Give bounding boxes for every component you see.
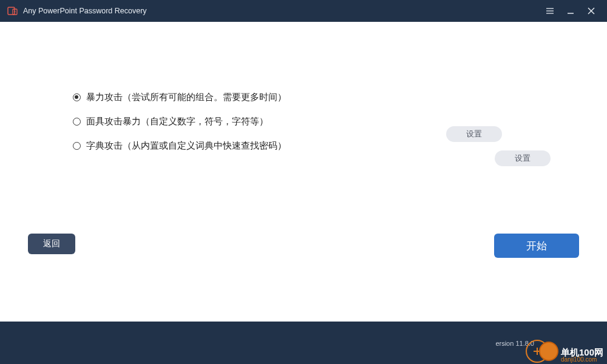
watermark-cn: 单机100网 <box>561 348 603 357</box>
title-bar: Any PowerPoint Password Recovery <box>0 0 607 22</box>
app-icon <box>7 5 18 16</box>
start-button[interactable]: 开始 <box>494 234 579 258</box>
watermark: 单机100网 danji100.com <box>526 340 603 363</box>
option-label: 面具攻击暴力（自定义数字，符号，字符等） <box>86 116 268 127</box>
svg-rect-0 <box>8 7 15 15</box>
option-label: 字典攻击（从内置或自定义词典中快速查找密码） <box>86 140 287 152</box>
radio-mask[interactable] <box>73 118 81 126</box>
menu-icon[interactable] <box>545 6 555 16</box>
app-title: Any PowerPoint Password Recovery <box>23 7 545 15</box>
window-controls <box>545 6 602 16</box>
minimize-icon[interactable] <box>566 6 575 16</box>
watermark-logo-icon <box>526 340 549 363</box>
svg-point-2 <box>15 11 16 12</box>
option-brute-force[interactable]: 暴力攻击（尝试所有可能的组合。需要更多时间） <box>73 85 571 109</box>
close-icon[interactable] <box>586 6 596 16</box>
back-button[interactable]: 返回 <box>28 234 75 254</box>
option-label: 暴力攻击（尝试所有可能的组合。需要更多时间） <box>86 92 287 103</box>
watermark-text: 单机100网 danji100.com <box>561 348 603 363</box>
settings-mask-button[interactable]: 设置 <box>446 126 502 142</box>
main-content: 暴力攻击（尝试所有可能的组合。需要更多时间） 面具攻击暴力（自定义数字，符号，字… <box>0 22 607 322</box>
attack-options: 暴力攻击（尝试所有可能的组合。需要更多时间） 面具攻击暴力（自定义数字，符号，字… <box>73 85 571 158</box>
radio-dictionary[interactable] <box>73 142 81 150</box>
settings-dictionary-button[interactable]: 设置 <box>495 150 551 166</box>
footer-buttons: 返回 开始 <box>0 234 607 258</box>
bottom-bar: ersion 11.8.0 单机100网 danji100.com <box>0 322 607 364</box>
radio-brute-force[interactable] <box>73 93 81 101</box>
watermark-en: danji100.com <box>561 357 603 363</box>
